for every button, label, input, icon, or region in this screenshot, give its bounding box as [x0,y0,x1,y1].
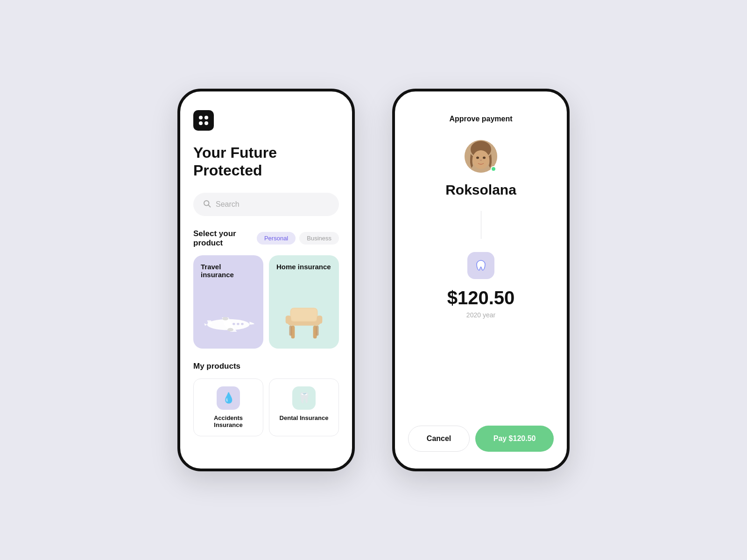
dental-icon: 🦷 [292,386,316,410]
svg-point-7 [222,317,228,320]
svg-rect-5 [241,323,243,325]
svg-rect-15 [316,326,319,336]
payment-amount: $120.50 [447,287,515,308]
svg-point-29 [483,157,486,159]
payment-divider [481,211,481,239]
hero-title: Your Future Protected [193,144,339,180]
pay-button[interactable]: Pay $120.50 [475,426,554,452]
products-scroll: Travel insurance [193,255,339,349]
search-bar[interactable]: Search [193,193,339,216]
avatar-container [465,140,497,173]
my-products-title: My products [193,362,339,371]
phone-1: Your Future Protected Search Select your… [177,89,355,471]
svg-rect-4 [237,323,239,325]
svg-rect-3 [233,323,235,325]
search-icon [203,199,211,210]
app-logo [193,110,214,131]
cancel-button[interactable]: Cancel [408,426,470,452]
svg-rect-14 [289,326,292,336]
svg-point-6 [227,328,233,331]
filter-business[interactable]: Business [299,232,339,245]
svg-rect-10 [286,315,291,324]
my-product-dental[interactable]: 🦷 Dental Insurance [269,378,339,436]
dental-label: Dental Insurance [280,414,329,421]
svg-rect-16 [291,308,317,321]
svg-line-1 [208,205,210,207]
payment-type-icon [467,252,494,279]
my-products-grid: 💧 Accidents Insurance 🦷 Dental Insurance [193,378,339,436]
approve-payment-title: Approve payment [449,115,512,123]
search-placeholder-text: Search [216,200,240,209]
filter-tabs: Personal Business [257,232,339,245]
section-title: Select your product [193,229,257,248]
svg-rect-11 [317,315,323,324]
phones-container: Your Future Protected Search Select your… [177,89,570,471]
accidents-icon: 💧 [217,386,240,410]
online-status-dot [491,166,496,172]
user-name: Roksolana [445,182,516,198]
svg-point-27 [472,150,489,169]
my-product-accidents[interactable]: 💧 Accidents Insurance [193,378,263,436]
travel-insurance-label: Travel insurance [201,263,256,279]
phone-2: Approve payment [392,89,570,471]
accidents-label: Accidents Insurance [201,414,255,428]
payment-year: 2020 year [466,311,495,319]
section-header: Select your product Personal Business [193,229,339,248]
action-buttons: Cancel Pay $120.50 [408,426,554,452]
svg-point-28 [476,157,479,159]
product-card-travel[interactable]: Travel insurance [193,255,263,349]
home-image [276,274,331,341]
product-card-home[interactable]: Home insurance [269,255,339,349]
travel-image [201,282,256,341]
home-insurance-label: Home insurance [276,263,331,271]
filter-personal[interactable]: Personal [257,232,296,245]
